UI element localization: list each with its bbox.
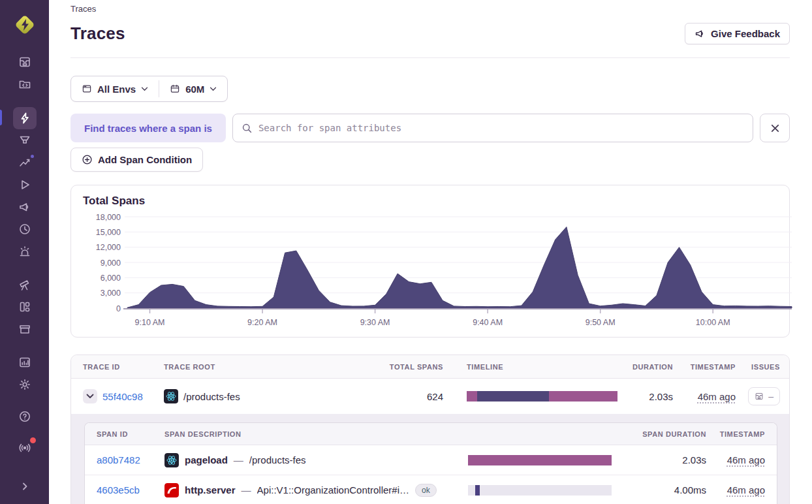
gear-icon bbox=[18, 378, 31, 391]
close-icon bbox=[770, 123, 780, 133]
col-issues: ISSUES bbox=[736, 363, 789, 371]
layout-icon bbox=[18, 300, 31, 313]
sidebar-item-traces[interactable] bbox=[13, 107, 37, 129]
chevron-right-icon bbox=[20, 481, 30, 492]
megaphone-icon bbox=[695, 28, 706, 39]
svg-text:0: 0 bbox=[116, 304, 121, 313]
svg-text:9:30 AM: 9:30 AM bbox=[360, 318, 390, 327]
main-content: Traces Traces Give Feedback All Envs bbox=[49, 0, 812, 504]
search-box[interactable] bbox=[232, 114, 753, 142]
col-duration: DURATION bbox=[617, 363, 673, 371]
chevron-down-icon bbox=[141, 87, 148, 91]
issues-icon bbox=[755, 392, 764, 401]
span-search-builder: Find traces where a span is bbox=[70, 114, 790, 142]
trace-id-link[interactable]: 55f40c98 bbox=[102, 391, 143, 402]
trace-timestamp[interactable]: 46m ago bbox=[698, 391, 736, 402]
clear-search-button[interactable] bbox=[760, 114, 790, 142]
span-id-link[interactable]: a80b7482 bbox=[97, 454, 164, 465]
col-span-duration: SPAN DURATION bbox=[612, 430, 706, 438]
sidebar-item-explore[interactable] bbox=[13, 73, 37, 95]
span-duration: 2.03s bbox=[612, 454, 706, 465]
sidebar-item-settings[interactable] bbox=[13, 373, 37, 396]
sidebar-item-releases[interactable] bbox=[13, 318, 37, 340]
span-table-header: SPAN ID SPAN DESCRIPTION SPAN DURATION T… bbox=[85, 423, 777, 445]
total-spans-chart: 03,0006,0009,00012,00015,00018,0009:10 A… bbox=[82, 209, 800, 337]
svg-text:12,000: 12,000 bbox=[96, 243, 121, 252]
page-title: Traces bbox=[70, 24, 125, 44]
play-icon bbox=[18, 178, 31, 191]
svg-text:9:50 AM: 9:50 AM bbox=[586, 318, 616, 327]
span-row: 4603e5cb http.server — Api::V1::Organiza… bbox=[85, 475, 777, 504]
clock-icon bbox=[18, 223, 31, 236]
megaphone-icon bbox=[18, 200, 31, 213]
sidebar-item-performance[interactable] bbox=[13, 151, 37, 174]
sidebar-item-replays[interactable] bbox=[13, 174, 37, 196]
issues-icon bbox=[18, 55, 31, 69]
sidebar-item-insights[interactable] bbox=[13, 129, 37, 151]
filters-bar: All Envs 60M bbox=[70, 76, 228, 102]
svg-text:3,000: 3,000 bbox=[101, 289, 121, 298]
trace-row: 55f40c98 /products-fes 624 bbox=[71, 379, 789, 414]
react-icon bbox=[164, 389, 178, 403]
search-input[interactable] bbox=[258, 123, 744, 133]
notification-dot bbox=[29, 153, 35, 159]
table-header: TRACE ID TRACE ROOT TOTAL SPANS TIMELINE… bbox=[71, 355, 789, 379]
notification-dot bbox=[29, 436, 37, 445]
sidebar-item-issues[interactable] bbox=[13, 51, 37, 73]
breadcrumb[interactable]: Traces bbox=[70, 3, 790, 14]
span-timestamp[interactable]: 46m ago bbox=[727, 484, 765, 496]
builder-label: Find traces where a span is bbox=[70, 114, 226, 142]
svg-text:9:10 AM: 9:10 AM bbox=[135, 318, 165, 327]
span-table: SPAN ID SPAN DESCRIPTION SPAN DURATION T… bbox=[84, 422, 777, 504]
active-nav-indicator bbox=[0, 110, 2, 125]
svg-text:10:00 AM: 10:00 AM bbox=[696, 318, 730, 327]
traces-table: TRACE ID TRACE ROOT TOTAL SPANS TIMELINE… bbox=[70, 354, 790, 504]
col-timestamp: TIMESTAMP bbox=[673, 363, 736, 371]
help-button[interactable] bbox=[13, 405, 37, 428]
expanded-trace-section: SPAN ID SPAN DESCRIPTION SPAN DURATION T… bbox=[71, 414, 789, 504]
total-spans-value: 624 bbox=[368, 391, 443, 402]
sidebar-item-discover[interactable] bbox=[13, 274, 37, 296]
folder-code-icon bbox=[18, 78, 31, 91]
sidebar-item-dashboards[interactable] bbox=[13, 296, 37, 318]
collapse-trace-button[interactable] bbox=[83, 389, 97, 403]
time-period-filter[interactable]: 60M bbox=[159, 76, 227, 101]
sidebar bbox=[0, 0, 49, 504]
sentry-logo[interactable] bbox=[10, 10, 39, 39]
col-total-spans: TOTAL SPANS bbox=[368, 363, 443, 371]
trace-duration: 2.03s bbox=[617, 391, 673, 402]
collapse-sidebar-button[interactable] bbox=[13, 475, 37, 497]
whats-new-button[interactable] bbox=[13, 436, 37, 458]
add-span-condition-button[interactable]: Add Span Condition bbox=[70, 148, 203, 172]
projection-icon bbox=[18, 134, 31, 147]
svg-text:6,000: 6,000 bbox=[101, 274, 121, 283]
telescope-icon bbox=[18, 278, 31, 291]
search-icon bbox=[242, 123, 253, 134]
span-duration-bar bbox=[468, 485, 612, 496]
environment-filter[interactable]: All Envs bbox=[71, 76, 159, 101]
sidebar-item-alerts[interactable] bbox=[13, 240, 37, 262]
col-span-timestamp: TIMESTAMP bbox=[706, 430, 765, 438]
span-timestamp[interactable]: 46m ago bbox=[727, 454, 765, 465]
line-chart-icon bbox=[18, 156, 31, 169]
col-trace-id: TRACE ID bbox=[71, 363, 164, 371]
span-row: a80b7482 pageload — bbox=[85, 445, 777, 475]
sidebar-item-feedback[interactable] bbox=[13, 196, 37, 218]
svg-text:9:40 AM: 9:40 AM bbox=[473, 318, 503, 327]
span-duration: 4.00ms bbox=[612, 484, 706, 496]
give-feedback-button[interactable]: Give Feedback bbox=[685, 23, 790, 44]
col-timeline: TIMELINE bbox=[443, 363, 617, 371]
trace-timeline-bar bbox=[467, 391, 617, 402]
issues-button[interactable]: – bbox=[748, 387, 780, 405]
sidebar-item-stats[interactable] bbox=[13, 351, 37, 373]
span-op: http.server bbox=[185, 484, 236, 496]
plus-circle-icon bbox=[82, 154, 93, 165]
sidebar-item-crons[interactable] bbox=[13, 218, 37, 240]
sidebar-nav bbox=[0, 51, 49, 396]
trace-root-name: /products-fes bbox=[183, 391, 240, 402]
span-id-link[interactable]: 4603e5cb bbox=[97, 484, 164, 496]
window-icon bbox=[82, 84, 92, 94]
question-icon bbox=[18, 410, 31, 423]
span-description: Api::V1::OrganizationController#i… bbox=[257, 484, 409, 496]
span-description: /products-fes bbox=[249, 454, 306, 465]
